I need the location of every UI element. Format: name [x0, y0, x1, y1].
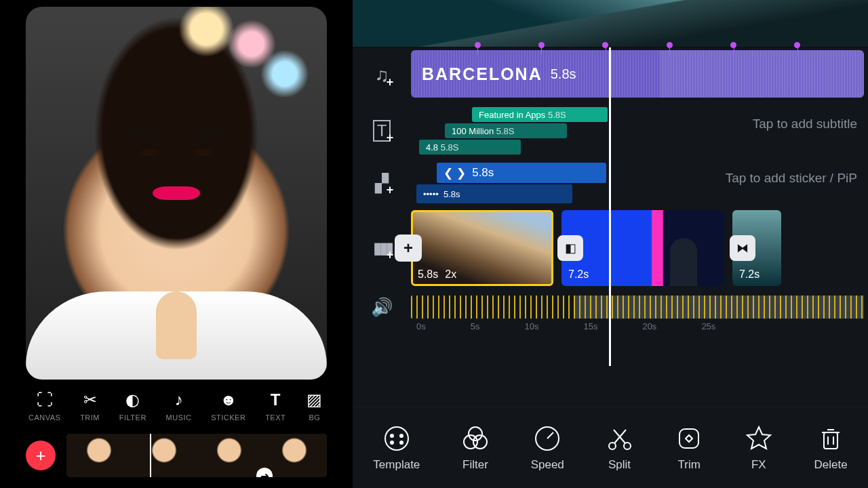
video-clips-container: + 5.8s 2x ◧ 7.2	[411, 210, 864, 286]
tick: 5s	[471, 321, 480, 331]
plus-icon: +	[387, 248, 394, 262]
video-clip[interactable]: 7.2s	[561, 210, 724, 286]
transition-icon: ⧓	[736, 241, 749, 256]
speaker-icon: 🔊	[371, 297, 393, 318]
tick: 20s	[642, 321, 656, 331]
svg-point-4	[400, 441, 403, 444]
playhead[interactable]	[609, 47, 611, 366]
fx-icon	[745, 424, 773, 453]
text-clip[interactable]: 4.8 5.8S	[419, 140, 521, 155]
text-clip[interactable]: Featured in Apps 5.8S	[472, 107, 608, 122]
transition-icon: ◧	[565, 241, 576, 256]
video-track-row: ▮▮▮ + + 5.8s 2x	[353, 207, 864, 289]
action-label: Split	[608, 458, 631, 472]
svg-line-9	[547, 432, 553, 439]
tool-text[interactable]: T TEXT	[265, 390, 285, 422]
bg-icon: ▨	[305, 390, 324, 409]
add-audio-button[interactable]: ♫ +	[353, 64, 411, 86]
subtitle-hint[interactable]: Tap to add subtitle	[753, 117, 857, 131]
volume-scrubber[interactable]	[411, 296, 864, 319]
sticker-clip[interactable]: ❮ ❯ 5.8s	[437, 163, 606, 183]
audio-clip-duration: 5.8s	[551, 66, 576, 82]
svg-point-1	[391, 434, 393, 437]
bottom-action-bar: Template Filter Speed Split Trim FX	[353, 407, 868, 488]
tool-music-label: MUSIC	[166, 413, 192, 422]
sticker-track-row: ▞ + ❮ ❯ 5.8s ••••• 5.8s Tap	[353, 159, 864, 207]
add-clip-button[interactable]: +	[26, 441, 56, 470]
sticker-clip-dur: 5.8s	[443, 189, 460, 199]
action-split[interactable]: Split	[606, 424, 634, 472]
sticker-hint[interactable]: Tap to add sticker / PiP	[726, 171, 857, 186]
plus-icon: +	[35, 445, 45, 466]
clip-speed: 2x	[445, 268, 456, 281]
action-filter[interactable]: Filter	[461, 424, 490, 472]
svg-point-3	[391, 441, 393, 444]
tool-canvas[interactable]: ⛶ CANVAS	[28, 390, 60, 422]
svg-rect-14	[679, 429, 698, 448]
thumb-frame	[132, 434, 197, 477]
transition-button[interactable]: ⧓	[730, 235, 755, 261]
transition-button[interactable]: ◧	[557, 235, 583, 261]
svg-point-2	[400, 434, 403, 437]
tool-canvas-label: CANVAS	[28, 413, 60, 422]
action-fx[interactable]: FX	[745, 424, 773, 472]
sticker-clip-label: •••••	[423, 189, 439, 199]
speed-icon	[533, 424, 561, 453]
plus-icon: +	[387, 131, 394, 145]
clip-duration: 7.2s	[739, 268, 760, 281]
action-speed[interactable]: Speed	[531, 424, 564, 472]
timeline-pane: ♫ + BARCELONA 5.8s T	[353, 0, 868, 488]
canvas-icon: ⛶	[35, 390, 54, 409]
thumbnail-scrubber[interactable]: ➜	[66, 434, 327, 477]
template-icon	[382, 424, 411, 453]
trim-icon	[675, 424, 703, 453]
action-template[interactable]: Template	[373, 424, 420, 472]
add-sticker-button[interactable]: ▞ +	[353, 173, 411, 194]
delete-icon	[816, 424, 845, 453]
text-clip[interactable]: 100 Million 5.8S	[445, 123, 567, 138]
preview-pane: ⛶ CANVAS ✂ TRIM ◐ FILTER ♪ MUSIC ☻ STICK…	[0, 0, 353, 488]
sticker-icon: ☻	[219, 390, 238, 409]
plus-icon: +	[403, 239, 413, 258]
svg-rect-15	[824, 432, 837, 449]
video-preview[interactable]	[26, 7, 327, 380]
clip-duration: 5.8s	[418, 268, 438, 281]
text-clip-dur: 5.8S	[441, 142, 459, 152]
text-icon: T	[266, 390, 285, 409]
tool-sticker[interactable]: ☻ STICKER	[211, 390, 245, 422]
tool-bg[interactable]: ▨ BG	[305, 390, 324, 422]
filter-icon: ◐	[123, 390, 142, 409]
action-label: Speed	[531, 458, 564, 472]
tool-music[interactable]: ♪ MUSIC	[166, 390, 192, 422]
svg-point-5	[469, 427, 482, 441]
text-clip-label: 100 Million	[452, 126, 494, 136]
split-icon	[606, 424, 634, 453]
thumb-frame	[262, 434, 327, 477]
music-icon: ♪	[170, 390, 189, 409]
add-text-button[interactable]: T +	[353, 120, 411, 142]
audio-clip-title: BARCELONA	[422, 64, 542, 84]
clip-duration: 7.2s	[568, 268, 589, 281]
tool-bg-label: BG	[309, 413, 321, 422]
text-clip-dur: 5.8S	[548, 110, 566, 120]
time-ruler: 0s 5s 10s 15s 20s 25s	[353, 321, 864, 331]
volume-track-row: 🔊	[353, 289, 864, 325]
action-trim[interactable]: Trim	[675, 424, 703, 472]
tool-filter[interactable]: ◐ FILTER	[119, 390, 146, 422]
text-clip-label: 4.8	[426, 142, 438, 152]
sticker-clip[interactable]: ••••• 5.8s	[416, 184, 572, 203]
tick: 15s	[583, 321, 597, 331]
video-clip-selected[interactable]: 5.8s 2x	[411, 210, 553, 286]
tool-trim[interactable]: ✂ TRIM	[80, 390, 100, 422]
action-delete[interactable]: Delete	[814, 424, 848, 472]
tool-filter-label: FILTER	[119, 413, 146, 422]
svg-point-0	[385, 427, 408, 450]
audio-markers	[411, 42, 864, 48]
plus-icon: +	[387, 183, 394, 197]
tick: 10s	[524, 321, 538, 331]
thumb-frame	[66, 434, 132, 477]
action-label: Trim	[677, 458, 700, 472]
insert-clip-button[interactable]: +	[395, 235, 422, 262]
volume-button[interactable]: 🔊	[353, 297, 411, 318]
audio-clip[interactable]: BARCELONA 5.8s	[411, 50, 864, 98]
